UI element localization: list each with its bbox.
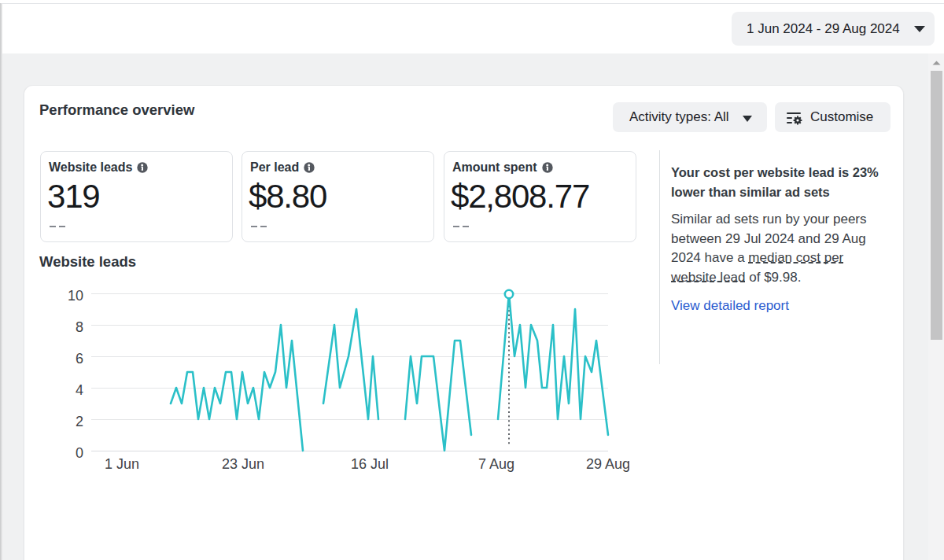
svg-text:8: 8: [76, 319, 83, 335]
svg-text:7 Aug: 7 Aug: [478, 456, 514, 472]
svg-text:29 Aug: 29 Aug: [586, 456, 629, 472]
svg-text:6: 6: [76, 351, 83, 367]
svg-text:23 Jun: 23 Jun: [222, 456, 264, 472]
svg-text:10: 10: [68, 288, 83, 304]
svg-text:1 Jun: 1 Jun: [105, 456, 139, 472]
svg-text:2: 2: [76, 414, 83, 429]
svg-text:0: 0: [76, 445, 83, 461]
svg-text:16 Jul: 16 Jul: [351, 456, 389, 472]
svg-text:4: 4: [76, 382, 83, 398]
